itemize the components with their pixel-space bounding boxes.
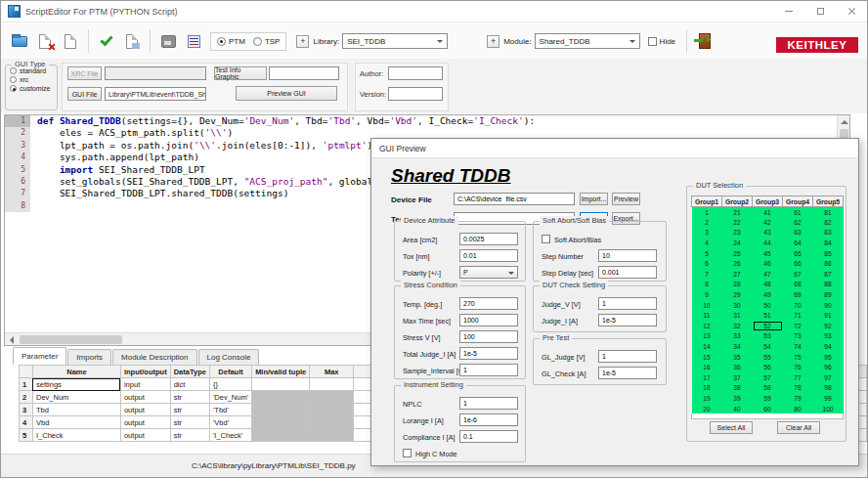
- dut-cell[interactable]: 100: [813, 404, 844, 414]
- param-cell[interactable]: str: [170, 404, 209, 416]
- dut-cell[interactable]: 42: [753, 217, 783, 228]
- dut-cell[interactable]: 78: [783, 383, 813, 394]
- device-file-preview-button[interactable]: Preview: [612, 193, 640, 205]
- dut-cell[interactable]: 46: [753, 258, 783, 269]
- param-cell[interactable]: [310, 378, 354, 391]
- dut-cell[interactable]: 14: [692, 341, 722, 352]
- new-file-button[interactable]: [60, 30, 81, 52]
- dut-col-header[interactable]: Group1: [692, 196, 722, 207]
- param-cell[interactable]: str: [170, 429, 209, 442]
- dut-cell[interactable]: 49: [753, 289, 783, 300]
- dut-cell[interactable]: 29: [722, 289, 753, 300]
- dut-cell[interactable]: 87: [813, 269, 844, 280]
- dut-cell[interactable]: 20: [692, 404, 722, 414]
- dut-cell[interactable]: 26: [722, 258, 753, 269]
- dut-cell[interactable]: 18: [692, 383, 722, 394]
- dut-cell[interactable]: 51: [753, 310, 783, 321]
- exit-button[interactable]: [694, 30, 716, 52]
- dut-cell[interactable]: 52: [753, 321, 783, 331]
- dut-cell[interactable]: 68: [783, 280, 813, 290]
- dut-cell[interactable]: 97: [813, 372, 844, 383]
- param-cell[interactable]: output: [120, 391, 170, 404]
- param-cell[interactable]: dict: [170, 378, 209, 391]
- dut-cell[interactable]: 53: [753, 331, 783, 342]
- dut-cell[interactable]: 36: [722, 362, 753, 372]
- dut-cell[interactable]: 80: [783, 404, 813, 414]
- dut-cell[interactable]: 35: [722, 352, 753, 363]
- dut-cell[interactable]: 16: [692, 362, 722, 372]
- value-field[interactable]: [459, 297, 518, 310]
- format-code-button[interactable]: [183, 30, 204, 52]
- value-field[interactable]: [598, 266, 657, 279]
- value-field[interactable]: [459, 233, 518, 245]
- gui-type-standard-radio[interactable]: standard: [10, 67, 57, 74]
- dut-cell[interactable]: 5: [692, 248, 722, 259]
- param-cell[interactable]: 'Tbd': [209, 404, 251, 416]
- dut-cell[interactable]: 27: [722, 269, 753, 280]
- checkbox[interactable]: [542, 235, 550, 243]
- dialog-titlebar[interactable]: GUI Preview: [371, 139, 858, 158]
- add-library-button[interactable]: +: [296, 35, 309, 48]
- dut-cell[interactable]: 43: [753, 228, 783, 239]
- dut-cell[interactable]: 67: [783, 269, 813, 280]
- dut-cell[interactable]: 77: [783, 372, 813, 383]
- value-field[interactable]: [459, 364, 518, 376]
- dut-cell[interactable]: 23: [722, 228, 753, 239]
- dut-cell[interactable]: 48: [753, 280, 783, 290]
- dut-cell[interactable]: 69: [783, 289, 813, 300]
- dut-cell[interactable]: 82: [813, 217, 844, 228]
- dut-cell[interactable]: 56: [753, 362, 783, 372]
- dut-cell[interactable]: 1: [692, 207, 722, 218]
- dut-cell[interactable]: 7: [692, 269, 722, 280]
- test-info-graphic-button[interactable]: Test Info Graphic: [214, 66, 267, 80]
- param-cell[interactable]: Vbd: [32, 416, 120, 429]
- param-cell[interactable]: output: [120, 429, 170, 442]
- dut-cell[interactable]: 45: [753, 248, 783, 259]
- param-cell[interactable]: 'I_Check': [209, 429, 251, 442]
- gui-file-field[interactable]: Library\PTMLib\event\TDDB_Shared.py: [105, 87, 206, 101]
- dut-cell[interactable]: 4: [692, 238, 722, 248]
- dut-cell[interactable]: 37: [722, 372, 753, 383]
- dut-cell[interactable]: 71: [783, 310, 813, 321]
- open-file-button[interactable]: [9, 30, 30, 52]
- value-field[interactable]: [459, 397, 518, 410]
- dut-cell[interactable]: 76: [783, 362, 813, 372]
- device-file-import-button[interactable]: Import...: [580, 193, 608, 205]
- dut-cell[interactable]: 62: [783, 217, 813, 228]
- hide-checkbox[interactable]: Hide: [648, 37, 675, 46]
- dropdown[interactable]: P: [459, 266, 518, 279]
- dut-cell[interactable]: 39: [722, 393, 753, 404]
- dut-cell[interactable]: 72: [783, 321, 813, 331]
- tab-log-console[interactable]: Log Console: [198, 349, 260, 365]
- version-field[interactable]: [388, 87, 443, 101]
- dut-cell[interactable]: 54: [753, 341, 783, 352]
- dut-cell[interactable]: 84: [813, 238, 844, 248]
- dut-cell[interactable]: 3: [692, 228, 722, 239]
- dut-cell[interactable]: 90: [813, 300, 844, 311]
- param-cell[interactable]: input: [120, 378, 170, 391]
- param-cell[interactable]: {}: [209, 378, 251, 391]
- dut-cell[interactable]: 22: [722, 217, 753, 228]
- delete-file-button[interactable]: [34, 30, 56, 52]
- add-module-button[interactable]: +: [487, 35, 499, 48]
- dut-cell[interactable]: 2: [692, 217, 722, 228]
- param-cell[interactable]: Dev_Num: [32, 391, 120, 404]
- dut-cell[interactable]: 64: [783, 238, 813, 248]
- dut-cell[interactable]: 79: [783, 393, 813, 404]
- param-cell[interactable]: [252, 404, 310, 416]
- select-all-button[interactable]: Select All: [710, 421, 753, 434]
- dut-cell[interactable]: 63: [783, 228, 813, 239]
- param-cell[interactable]: str: [170, 416, 209, 429]
- dut-cell[interactable]: 89: [813, 289, 844, 300]
- dut-cell[interactable]: 6: [692, 258, 722, 269]
- value-field[interactable]: [459, 413, 518, 426]
- value-field[interactable]: [459, 249, 518, 262]
- dut-cell[interactable]: 50: [753, 300, 783, 311]
- dut-cell[interactable]: 40: [722, 404, 753, 414]
- dut-cell[interactable]: 94: [813, 341, 844, 352]
- dut-cell[interactable]: 11: [692, 310, 722, 321]
- dut-cell[interactable]: 70: [783, 300, 813, 311]
- value-field[interactable]: [598, 314, 657, 326]
- library-dropdown[interactable]: SEI_TDDB: [342, 33, 448, 49]
- dut-cell[interactable]: 93: [813, 331, 844, 342]
